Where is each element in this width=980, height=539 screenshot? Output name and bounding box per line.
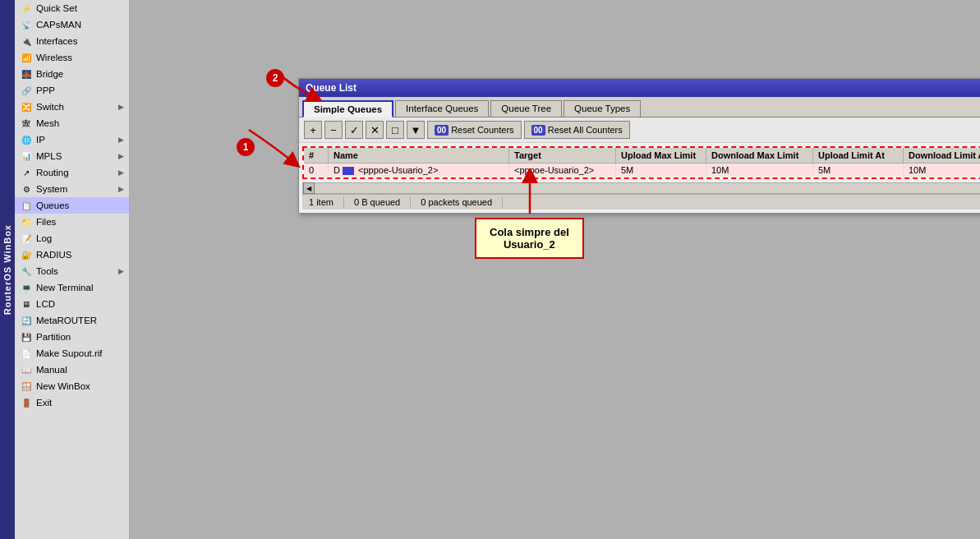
horizontal-scrollbar[interactable]: ◀ ▶ xyxy=(302,182,980,194)
sidebar-item-label: Log xyxy=(36,233,52,243)
window-titlebar: Queue List _ □ ✕ xyxy=(299,79,980,97)
col-header-upload-at[interactable]: Upload Limit At xyxy=(813,148,904,163)
sidebar-item-routing[interactable]: ↗ Routing ▶ xyxy=(15,164,129,181)
col-header-num[interactable]: # xyxy=(304,148,329,163)
col-header-target[interactable]: Target xyxy=(509,148,616,163)
chevron-right-icon: ▶ xyxy=(118,185,124,193)
cell-upload-at: 5M xyxy=(813,164,904,177)
routing-icon: ↗ xyxy=(20,166,33,179)
sidebar-item-lcd[interactable]: 🖥 LCD xyxy=(15,296,129,312)
sidebar-item-label: RADIUS xyxy=(36,250,71,260)
enable-button[interactable]: ✓ xyxy=(345,121,363,139)
ppp-icon: 🔗 xyxy=(20,84,33,97)
col-header-name[interactable]: Name xyxy=(329,148,509,163)
sidebar-item-label: MetaROUTER xyxy=(36,316,97,325)
tools-icon: 🔧 xyxy=(20,265,33,278)
sidebar-item-tools[interactable]: 🔧 Tools ▶ xyxy=(15,263,129,279)
sidebar-item-label: Exit xyxy=(36,398,52,408)
sidebar-item-make-supout[interactable]: 📄 Make Supout.rif xyxy=(15,345,129,362)
col-header-download-max[interactable]: Download Max Limit xyxy=(706,148,813,163)
queue-list-window: Queue List _ □ ✕ Simple Queues Interface… xyxy=(298,78,980,214)
sidebar-item-ppp[interactable]: 🔗 PPP xyxy=(15,82,129,99)
tab-queue-types[interactable]: Queue Types xyxy=(564,100,641,117)
sidebar-item-bridge[interactable]: 🌉 Bridge xyxy=(15,66,129,82)
sidebar-item-system[interactable]: ⚙ System ▶ xyxy=(15,181,129,197)
wireless-icon: 📶 xyxy=(20,51,33,64)
chevron-right-icon: ▶ xyxy=(118,168,124,177)
filter-button[interactable]: ▼ xyxy=(407,121,425,139)
sidebar-item-interfaces[interactable]: 🔌 Interfaces xyxy=(15,33,129,49)
tooltip-box: Cola simpre delUsuario_2 xyxy=(475,218,584,259)
tab-queue-tree[interactable]: Queue Tree xyxy=(490,100,562,117)
radius-icon: 🔐 xyxy=(20,248,33,261)
sidebar-item-label: PPP xyxy=(36,85,55,95)
reset-counters-label: Reset Counters xyxy=(451,125,513,135)
capsman-icon: 📡 xyxy=(20,18,33,31)
sidebar-item-radius[interactable]: 🔐 RADIUS xyxy=(15,246,129,263)
sidebar-item-label: IP xyxy=(36,135,45,145)
sidebar: ⚡ Quick Set 📡 CAPsMAN 🔌 Interfaces 📶 Wir… xyxy=(15,0,130,539)
sidebar-item-label: LCD xyxy=(36,299,55,309)
col-header-download-at[interactable]: Download Limit At xyxy=(904,148,980,163)
tooltip-arrow-svg xyxy=(522,168,538,218)
badge-2: 2 xyxy=(266,69,284,87)
sidebar-item-files[interactable]: 📁 Files xyxy=(15,214,129,230)
add-button[interactable]: + xyxy=(304,121,322,139)
status-item-queued: 0 B queued xyxy=(344,196,411,208)
scroll-left-button[interactable]: ◀ xyxy=(303,182,315,194)
cell-download-max: 10M xyxy=(706,164,813,177)
log-icon: 📝 xyxy=(20,232,33,245)
sidebar-item-label: CAPsMAN xyxy=(36,20,81,30)
lcd-icon: 🖥 xyxy=(20,297,33,311)
queues-icon: 📋 xyxy=(20,199,33,212)
chevron-right-icon: ▶ xyxy=(118,103,124,111)
bridge-icon: 🌉 xyxy=(20,67,33,81)
status-item-packets: 0 packets queued xyxy=(411,196,503,208)
reset-all-counters-label: Reset All Counters xyxy=(548,125,623,135)
system-icon: ⚙ xyxy=(20,182,33,196)
sidebar-item-label: Tools xyxy=(36,266,58,276)
sidebar-item-label: Wireless xyxy=(36,53,72,62)
sidebar-item-metarouter[interactable]: 🔄 MetaROUTER xyxy=(15,312,129,329)
sidebar-item-log[interactable]: 📝 Log xyxy=(15,230,129,246)
reset-badge-2: 00 xyxy=(531,125,545,136)
disable-button[interactable]: ✕ xyxy=(366,121,384,139)
sidebar-item-label: Queues xyxy=(36,200,69,210)
sidebar-item-ip[interactable]: 🌐 IP ▶ xyxy=(15,131,129,148)
sidebar-item-label: Switch xyxy=(36,102,64,112)
sidebar-item-new-terminal[interactable]: 💻 New Terminal xyxy=(15,279,129,296)
sidebar-item-mesh[interactable]: 🕸 Mesh xyxy=(15,115,129,131)
reset-counters-button[interactable]: 00 Reset Counters xyxy=(427,121,522,139)
sidebar-item-mpls[interactable]: 📊 MPLS ▶ xyxy=(15,148,129,164)
sidebar-item-partition[interactable]: 💾 Partition xyxy=(15,329,129,345)
sidebar-item-label: Make Supout.rif xyxy=(36,348,103,358)
chevron-right-icon: ▶ xyxy=(118,152,124,160)
sidebar-item-switch[interactable]: 🔀 Switch ▶ xyxy=(15,99,129,115)
status-item-count: 1 item xyxy=(309,196,344,208)
sidebar-item-capsman[interactable]: 📡 CAPsMAN xyxy=(15,16,129,33)
reset-badge-1: 00 xyxy=(435,125,449,136)
sidebar-item-label: System xyxy=(36,184,67,194)
table-row[interactable]: 0 D <pppoe-Usuario_2> <pppoe-Usuario_2> … xyxy=(304,164,980,177)
sidebar-item-new-winbox[interactable]: 🪟 New WinBox xyxy=(15,378,129,394)
sidebar-item-label: Quick Set xyxy=(36,3,77,13)
mesh-icon: 🕸 xyxy=(20,117,33,130)
sidebar-item-label: Manual xyxy=(36,365,67,375)
copy-button[interactable]: □ xyxy=(386,121,404,139)
tooltip-text: Cola simpre delUsuario_2 xyxy=(490,226,569,251)
queue-table: # Name Target Upload Max Limit Download … xyxy=(302,146,980,179)
sidebar-item-manual[interactable]: 📖 Manual xyxy=(15,362,129,378)
sidebar-item-queues[interactable]: 📋 Queues xyxy=(15,197,129,214)
sidebar-item-exit[interactable]: 🚪 Exit xyxy=(15,394,129,411)
sidebar-item-quickset[interactable]: ⚡ Quick Set xyxy=(15,0,129,16)
sidebar-item-wireless[interactable]: 📶 Wireless xyxy=(15,49,129,66)
col-header-upload-max[interactable]: Upload Max Limit xyxy=(616,148,706,163)
remove-button[interactable]: − xyxy=(324,121,343,139)
interfaces-icon: 🔌 xyxy=(20,35,33,48)
reset-all-counters-button[interactable]: 00 Reset All Counters xyxy=(524,121,630,139)
quickset-icon: ⚡ xyxy=(20,2,33,15)
tab-simple-queues[interactable]: Simple Queues xyxy=(302,100,393,117)
tab-interface-queues[interactable]: Interface Queues xyxy=(395,100,489,117)
mpls-icon: 📊 xyxy=(20,150,33,163)
table-header: # Name Target Upload Max Limit Download … xyxy=(304,148,980,164)
